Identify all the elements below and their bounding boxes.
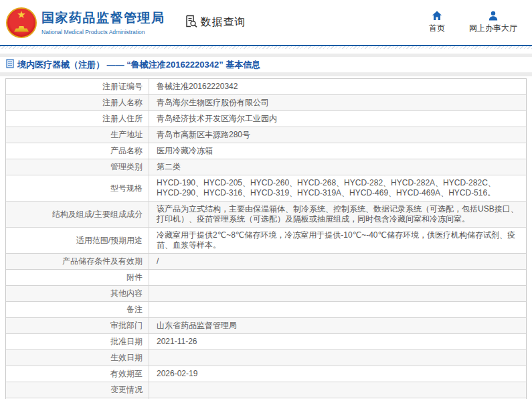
data-query-section[interactable]: 数据查询 [184,14,246,31]
table-row: 其他内容 [6,285,526,301]
site-subtitle: National Medical Products Administration [41,29,165,35]
table-row: 适用范围/预期用途冷藏室用于提供2℃~8℃储存环境，冷冻室用于提供-10℃~-4… [6,227,526,253]
table-row: 生效日期 [6,349,526,366]
spacer [0,49,532,54]
table-row: 产品名称医用冷藏冷冻箱 [6,143,526,159]
row-label: 有效期至 [6,366,149,382]
nav-service-hall-label: 网上办事大厅 [469,23,517,34]
row-label: 变更情况 [6,382,149,398]
page-title-bar: 境内医疗器械（注册） —— “鲁械注准20162220342” 基本信息 [0,57,532,72]
document-search-icon [184,14,198,31]
info-table: 注册证编号鲁械注准20162220342注册人名称青岛海尔生物医疗股份有限公司注… [5,78,527,399]
row-value [149,286,526,301]
document-icon [6,59,14,71]
china-emblem-icon: ★ [6,7,37,38]
row-label: 其他内容 [6,286,149,301]
table-row: 注册证编号鲁械注准20162220342 [6,79,526,94]
row-value: 山东省药品监督管理局 [149,318,526,333]
row-value: 青岛海尔生物医疗股份有限公司 [149,95,526,110]
table-row: 注册人名称青岛海尔生物医疗股份有限公司 [6,94,526,110]
table-row: 有效期至2026-02-19 [6,366,526,382]
header: ★ 国家药品监督管理局 National Medical Products Ad… [0,0,532,46]
brand[interactable]: ★ 国家药品监督管理局 National Medical Products Ad… [6,7,165,38]
row-value: 该产品为立式结构，主要由保温箱体、制冷系统、控制系统、数据记录系统（可选配，包括… [149,202,526,227]
nav-service-hall[interactable]: 网上办事大厅 [469,11,517,34]
table-row: 管理类别第二类 [6,159,526,175]
row-value: 2021-11-26 [149,334,526,349]
home-icon [432,11,442,21]
row-label: 附件 [6,270,149,285]
emblem-star-icon: ★ [17,9,25,21]
row-value [149,302,526,317]
nav-home-label: 首页 [429,23,445,34]
table-row: 审批部门山东省药品监督管理局 [6,317,526,333]
row-label: 结构及组成/主要组成成分 [6,202,149,227]
row-label: 产品储存条件及有效期 [6,254,149,269]
row-label: 注册人名称 [6,95,149,110]
data-query-label: 数据查询 [201,15,246,29]
table-row: 产品储存条件及有效期/ [6,253,526,269]
row-label: 审批部门 [6,318,149,333]
table-row: 附件 [6,269,526,285]
row-value: 青岛经济技术开发区海尔工业园内 [149,111,526,127]
table-row: 变更情况 [6,382,526,398]
table-row: 结构及组成/主要组成成分该产品为立式结构，主要由保温箱体、制冷系统、控制系统、数… [6,201,526,227]
table-row: 批准日期2021-11-26 [6,333,526,349]
row-label: 注册证编号 [6,79,149,94]
row-label: 产品名称 [6,143,149,159]
row-label: 备注 [6,302,149,317]
row-label: 生产地址 [6,127,149,143]
emblem-gate-icon [14,26,29,32]
row-label: 适用范围/预期用途 [6,228,149,253]
brand-text: 国家药品监督管理局 National Medical Products Admi… [41,9,165,35]
row-value: 医用冷藏冷冻箱 [149,143,526,159]
row-label: 管理类别 [6,159,149,175]
row-label: 批准日期 [6,334,149,349]
table-row: 注册人住所青岛经济技术开发区海尔工业园内 [6,110,526,127]
page-title: 境内医疗器械（注册） —— “鲁械注准20162220342” 基本信息 [17,59,260,71]
row-value [149,382,526,398]
row-label: 型号规格 [6,175,149,201]
table-row: 生产地址青岛市高新区丰源路280号 [6,127,526,143]
row-value: 青岛市高新区丰源路280号 [149,127,526,143]
row-value [149,270,526,285]
row-value [149,350,526,366]
row-value: 冷藏室用于提供2℃~8℃储存环境，冷冻室用于提供-10℃~-40℃储存环境，供医… [149,228,526,253]
site-title: 国家药品监督管理局 [41,9,165,27]
row-value: 第二类 [149,159,526,175]
row-label: 注册人住所 [6,111,149,127]
nav-home[interactable]: 首页 [429,11,445,34]
table-row: 备注 [6,301,526,317]
row-value: HYCD-190、HYCD-205、HYCD-260、HYCD-268、HYCD… [149,175,526,201]
gray-divider-bottom [0,72,532,76]
header-nav: 首页 网上办事大厅 [429,11,525,34]
row-value: / [149,254,526,269]
person-icon [488,11,499,21]
table-row: 型号规格HYCD-190、HYCD-205、HYCD-260、HYCD-268、… [6,175,526,201]
row-value: 鲁械注准20162220342 [149,79,526,94]
row-value: 2026-02-19 [149,366,526,382]
row-label: 生效日期 [6,350,149,366]
